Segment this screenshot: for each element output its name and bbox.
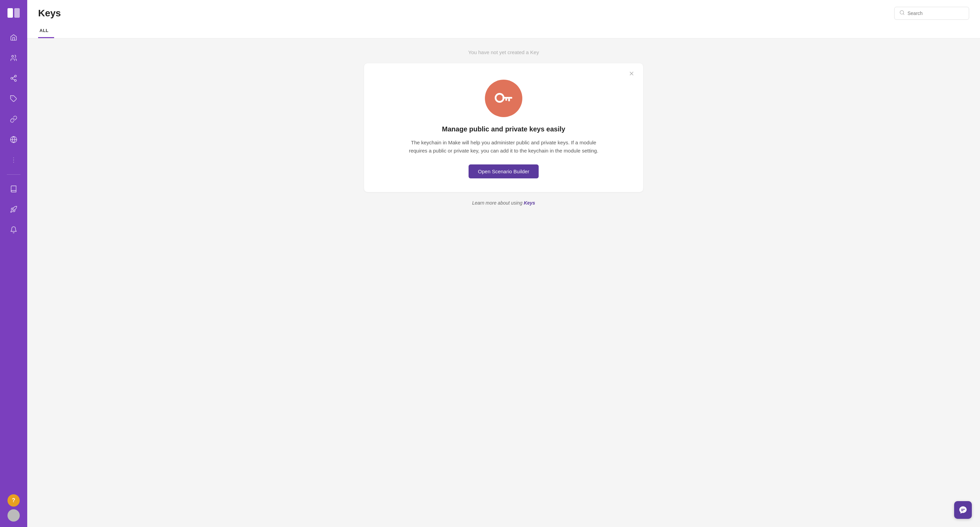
sidebar-nav — [0, 29, 27, 494]
header-tabs: ALL — [38, 25, 969, 38]
svg-line-15 — [903, 14, 904, 14]
user-avatar[interactable] — [8, 509, 20, 522]
search-box[interactable] — [894, 7, 969, 20]
page-header: Keys ALL — [27, 0, 980, 38]
sidebar-item-home[interactable] — [5, 29, 22, 46]
info-card: Manage public and private keys easily Th… — [364, 63, 643, 192]
sidebar-bottom: ? — [8, 494, 20, 522]
svg-point-12 — [13, 160, 14, 160]
keys-link[interactable]: Keys — [524, 200, 535, 205]
sidebar-item-more[interactable] — [5, 151, 22, 169]
search-input[interactable] — [907, 11, 964, 16]
svg-point-11 — [13, 158, 14, 158]
sidebar-item-team[interactable] — [5, 49, 22, 67]
svg-rect-19 — [503, 97, 512, 99]
card-icon-wrap — [378, 80, 630, 117]
sidebar-item-globe[interactable] — [5, 131, 22, 148]
help-button[interactable]: ? — [8, 494, 20, 506]
page-title: Keys — [38, 8, 61, 19]
sidebar-divider — [7, 174, 21, 175]
svg-line-6 — [13, 79, 14, 80]
sidebar-item-notifications[interactable] — [5, 221, 22, 239]
card-description: The keychain in Make will help you admin… — [401, 139, 606, 155]
search-icon — [899, 10, 905, 17]
tab-all[interactable]: ALL — [38, 25, 54, 38]
svg-rect-1 — [14, 8, 20, 18]
header-top: Keys — [38, 7, 969, 20]
svg-point-13 — [13, 162, 14, 163]
close-button[interactable] — [627, 69, 636, 78]
open-scenario-builder-button[interactable]: Open Scenario Builder — [469, 164, 539, 178]
sidebar-item-launch[interactable] — [5, 201, 22, 218]
sidebar-item-connections[interactable] — [5, 110, 22, 128]
card-button-wrap: Open Scenario Builder — [378, 164, 630, 178]
sidebar-item-plugins[interactable] — [5, 90, 22, 108]
sidebar: ? — [0, 0, 27, 527]
sidebar-item-share[interactable] — [5, 70, 22, 87]
main-area: Keys ALL You have not yet created a Key — [27, 0, 980, 527]
sidebar-item-docs[interactable] — [5, 180, 22, 198]
main-content: You have not yet created a Key Manage pu… — [27, 38, 980, 527]
key-icon-circle — [485, 80, 522, 117]
svg-rect-20 — [508, 99, 510, 102]
svg-rect-0 — [8, 8, 13, 18]
support-chat-button[interactable] — [954, 501, 972, 519]
app-logo[interactable] — [6, 5, 21, 21]
empty-state-message: You have not yet created a Key — [468, 49, 539, 55]
svg-line-7 — [13, 76, 14, 78]
svg-point-2 — [12, 56, 14, 57]
key-icon — [495, 89, 513, 108]
card-title: Manage public and private keys easily — [378, 125, 630, 133]
svg-point-18 — [495, 94, 504, 102]
learn-more-text: Learn more about using Keys — [472, 200, 535, 205]
svg-rect-21 — [505, 99, 507, 101]
